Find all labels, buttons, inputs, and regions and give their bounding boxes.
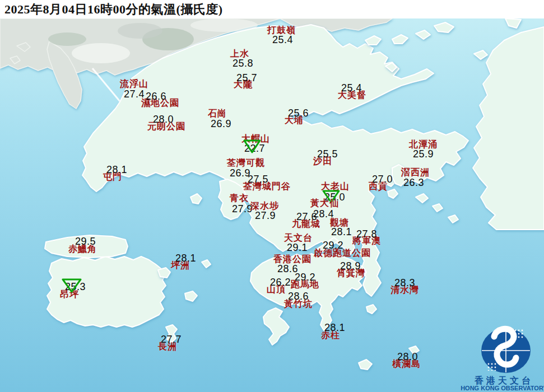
hong-kong-map <box>0 0 544 392</box>
hko-logo-captions: 香港天文台 HONG KONG OBSERVATORY <box>464 325 544 392</box>
titlebar: 2025年8月04日16時00分的氣溫(攝氏度) <box>0 0 544 18</box>
map-title: 2025年8月04日16時00分的氣溫(攝氏度) <box>0 1 223 18</box>
temperature-map-page: 2025年8月04日16時00分的氣溫(攝氏度) 打鼓嶺25.4上水25.8大隴… <box>0 0 544 392</box>
land-lantau-island <box>47 256 166 327</box>
hko-logo-name-english: HONG KONG OBSERVATORY <box>456 385 544 391</box>
